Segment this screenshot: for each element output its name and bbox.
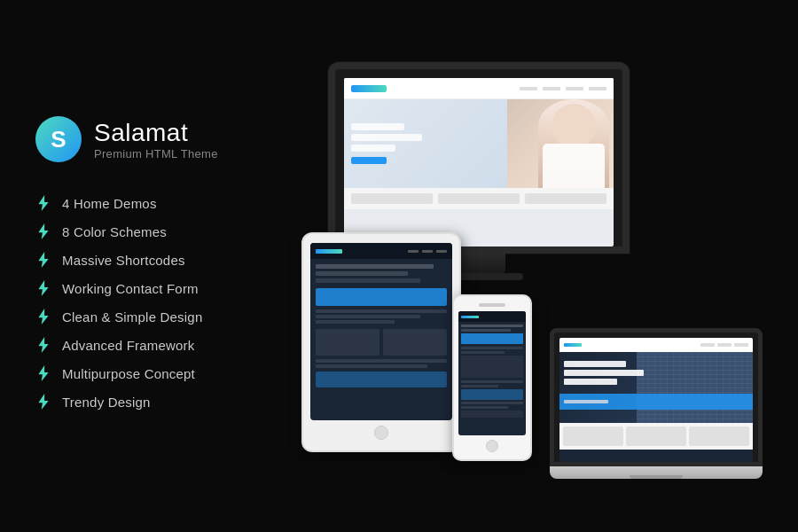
- feature-item-framework: Advanced Framework: [35, 331, 301, 359]
- phone-body: [452, 294, 532, 461]
- feature-label: Advanced Framework: [62, 338, 195, 353]
- laptop-nav: [559, 338, 753, 352]
- tablet-screen: [310, 243, 452, 420]
- nav-item-1: [520, 87, 537, 90]
- features-list: 4 Home Demos 8 Color Schemes Massive Sho…: [35, 189, 301, 416]
- laptop-screen-part: [550, 328, 763, 466]
- brand-section: S Salamat Premium HTML Theme: [35, 116, 301, 162]
- page-container: S Salamat Premium HTML Theme 4 Home Demo…: [0, 0, 798, 532]
- footer-box-2: [626, 426, 686, 446]
- screen-nav-items: [520, 87, 606, 90]
- monitor-content: [344, 188, 614, 209]
- phone-device: [452, 294, 532, 461]
- hero-image: [507, 99, 614, 188]
- hero-line-2: [351, 134, 422, 141]
- hero-text: [344, 116, 429, 171]
- feature-label: Trendy Design: [62, 395, 151, 410]
- hero-line-3: [351, 145, 395, 152]
- monitor-nav: [344, 78, 614, 99]
- hero-line-1: [351, 123, 404, 130]
- right-panel: [301, 27, 763, 505]
- bolt-icon: [35, 309, 51, 325]
- phone-home-button: [486, 440, 498, 452]
- left-panel: S Salamat Premium HTML Theme 4 Home Demo…: [35, 116, 301, 416]
- tablet-logo: [316, 249, 342, 254]
- nav-item-3: [566, 87, 583, 90]
- monitor-screen-wrapper: [328, 62, 630, 254]
- col-1: [351, 193, 433, 204]
- brand-tagline: Premium HTML Theme: [94, 147, 218, 160]
- laptop-device: [550, 328, 763, 479]
- feature-item-trendy: Trendy Design: [35, 387, 301, 416]
- tablet-content: [310, 259, 452, 393]
- feature-label: 4 Home Demos: [62, 196, 157, 211]
- tablet-nav: [310, 243, 452, 259]
- footer-box-3: [689, 426, 749, 446]
- bolt-icon: [35, 365, 51, 381]
- bolt-icon: [35, 223, 51, 239]
- feature-item-clean-design: Clean & Simple Design: [35, 302, 301, 331]
- feature-label: Massive Shortcodes: [62, 253, 185, 268]
- bolt-icon: [35, 337, 51, 353]
- tablet-body: [301, 232, 461, 452]
- tablet-device: [301, 232, 461, 452]
- laptop-footer: [559, 423, 753, 450]
- bolt-icon: [35, 280, 51, 296]
- bolt-icon: [35, 252, 51, 268]
- nav-item-2: [543, 87, 560, 90]
- monitor-screen: [344, 78, 614, 246]
- brand-name: Salamat: [94, 118, 218, 148]
- feature-item-home-demos: 4 Home Demos: [35, 189, 301, 217]
- building-image: [637, 352, 753, 423]
- laptop-hero-text: [564, 361, 644, 387]
- monitor-hero: [344, 99, 614, 188]
- laptop-hero: [559, 352, 753, 423]
- feature-label: 8 Color Schemes: [62, 224, 167, 239]
- brand-text: Salamat Premium HTML Theme: [94, 118, 218, 161]
- screen-logo: [351, 85, 387, 92]
- feature-item-multipurpose: Multipurpose Concept: [35, 359, 301, 387]
- brand-logo: S: [35, 116, 82, 162]
- devices-scene: [301, 53, 763, 479]
- bolt-icon: [35, 195, 51, 211]
- feature-item-color-schemes: 8 Color Schemes: [35, 217, 301, 246]
- content-cols: [351, 193, 606, 204]
- bolt-icon: [35, 394, 51, 410]
- feature-item-shortcodes: Massive Shortcodes: [35, 246, 301, 274]
- feature-label: Clean & Simple Design: [62, 309, 202, 325]
- laptop-screen: [559, 338, 753, 462]
- phone-nav: [458, 311, 526, 322]
- tablet-home-button: [374, 426, 388, 440]
- laptop-logo: [564, 343, 582, 347]
- feature-label: Working Contact Form: [62, 281, 199, 296]
- feature-label: Multipurpose Concept: [62, 366, 195, 381]
- phone-screen: [458, 311, 526, 435]
- nav-item-4: [589, 87, 606, 90]
- phone-speaker: [479, 303, 505, 307]
- phone-content: [458, 322, 526, 420]
- col-3: [525, 193, 606, 204]
- laptop-base: [550, 466, 763, 479]
- hero-button: [351, 157, 387, 164]
- laptop-blue-bar: [559, 394, 753, 410]
- feature-item-contact-form: Working Contact Form: [35, 274, 301, 302]
- footer-box-1: [563, 426, 623, 446]
- col-2: [438, 193, 520, 204]
